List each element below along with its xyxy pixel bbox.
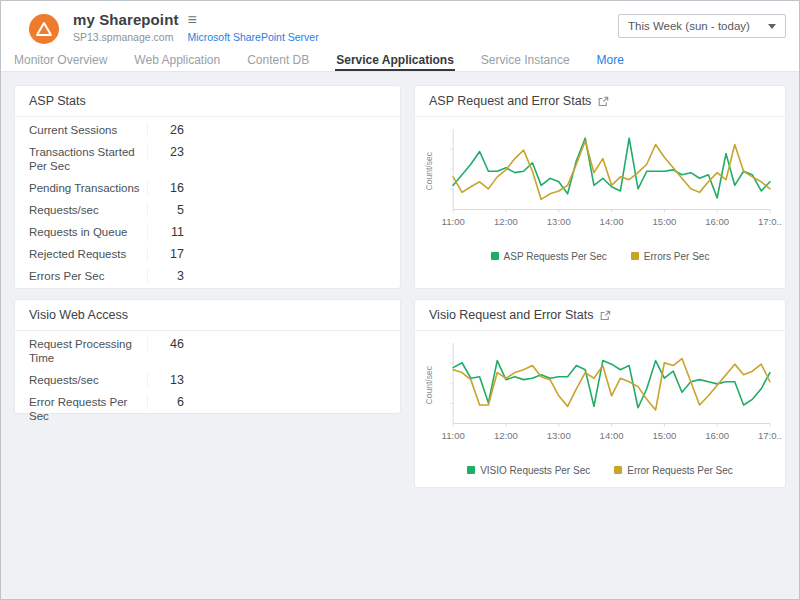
stat-value: 5 [147,203,184,217]
legend-label: ASP Requests Per Sec [504,251,607,262]
svg-text:14:00: 14:00 [600,430,624,441]
tab-bar: Monitor OverviewWeb ApplicationContent D… [1,50,799,72]
legend-item[interactable]: Error Requests Per Sec [614,465,733,476]
panel-title: ASP Stats [29,94,86,108]
stat-label: Rejected Requests [29,247,147,261]
stat-label: Requests in Queue [29,225,147,239]
stat-row: Current Sessions26 [15,119,400,141]
svg-text:16:00: 16:00 [705,216,729,227]
stat-value: 46 [147,337,184,351]
warning-triangle-icon [35,21,53,37]
stat-row: Requests in Queue11 [15,221,400,243]
stat-rows: Current Sessions26Transactions Started P… [15,117,400,287]
stat-row: Error Requests Per Sec6 [15,391,400,427]
stat-rows: Request Processing Time46Requests/sec13E… [15,331,400,427]
stat-value: 6 [147,395,184,409]
stat-row: Pending Transactions16 [15,177,400,199]
stat-label: Pending Transactions [29,181,147,195]
visio-web-access-panel: Visio Web Access Request Processing Time… [14,299,401,414]
svg-text:12:00: 12:00 [494,216,518,227]
tab-monitor-overview[interactable]: Monitor Overview [13,51,108,71]
stat-row: Requests/sec13 [15,369,400,391]
chart-legend: VISIO Requests Per SecError Requests Per… [423,465,777,476]
legend-label: Errors Per Sec [644,251,710,262]
right-column: ASP Request and Error Stats 11:0012:0013… [414,85,786,587]
page-title: my Sharepoint [73,11,179,28]
svg-text:12:00: 12:00 [494,430,518,441]
visio-chart: 11:0012:0013:0014:0015:0016:0017:0..Coun… [415,331,785,476]
stat-value: 23 [147,145,184,159]
panel-title: Visio Web Access [29,308,128,322]
stat-row: Requests/sec5 [15,199,400,221]
stat-label: Transactions Started Per Sec [29,145,147,173]
time-range-dropdown[interactable]: This Week (sun - today) [618,14,786,38]
monitor-logo [29,14,59,44]
legend-label: Error Requests Per Sec [627,465,733,476]
stat-value: 3 [147,269,184,283]
tab-more[interactable]: More [596,51,625,71]
left-column: ASP Stats Current Sessions26Transactions… [14,85,401,587]
stat-label: Request Processing Time [29,337,147,365]
stat-label: Requests/sec [29,373,147,387]
svg-text:13:00: 13:00 [547,430,571,441]
svg-text:13:00: 13:00 [547,216,571,227]
time-range-value: This Week (sun - today) [628,20,750,32]
app-window: { "header": { "title": "my Sharepoint", … [0,0,800,600]
svg-text:11:00: 11:00 [442,216,465,227]
stat-value: 13 [147,373,184,387]
svg-text:Count/sec: Count/sec [424,151,434,190]
line-chart-svg: 11:0012:0013:0014:0015:0016:0017:0..Coun… [423,339,777,452]
svg-text:15:00: 15:00 [652,430,676,441]
title-block: my Sharepoint ≡ SP13.spmanage.com Micros… [73,11,319,43]
svg-text:16:00: 16:00 [705,430,729,441]
server-type-link[interactable]: Microsoft SharePoint Server [187,31,318,43]
open-in-new-window-icon[interactable] [600,310,611,321]
svg-text:14:00: 14:00 [600,216,624,227]
asp-stats-panel: ASP Stats Current Sessions26Transactions… [14,85,401,289]
header: my Sharepoint ≡ SP13.spmanage.com Micros… [1,1,799,50]
legend-item[interactable]: Errors Per Sec [631,251,710,262]
tab-service-applications[interactable]: Service Applications [335,51,455,71]
stat-value: 11 [147,225,184,239]
stat-value: 16 [147,181,184,195]
stat-row: Transactions Started Per Sec23 [15,141,400,177]
legend-swatch [631,252,639,260]
svg-text:17:0..: 17:0.. [758,430,782,441]
stat-value: 17 [147,247,184,261]
stat-label: Current Sessions [29,123,147,137]
line-chart-svg: 11:0012:0013:0014:0015:0016:0017:0..Coun… [423,125,777,238]
hostname-label: SP13.spmanage.com [73,31,173,43]
legend-swatch [491,252,499,260]
legend-swatch [467,466,475,474]
panel-title: ASP Request and Error Stats [429,94,591,108]
menu-icon[interactable]: ≡ [188,12,197,28]
visio-chart-panel: Visio Request and Error Stats 11:0012:00… [414,299,786,488]
open-in-new-window-icon[interactable] [598,96,609,107]
stat-label: Errors Per Sec [29,269,147,283]
tab-service-instance[interactable]: Service Instance [480,51,571,71]
legend-item[interactable]: ASP Requests Per Sec [491,251,607,262]
legend-label: VISIO Requests Per Sec [480,465,590,476]
tab-content-db[interactable]: Content DB [246,51,310,71]
asp-chart-panel: ASP Request and Error Stats 11:0012:0013… [414,85,786,289]
svg-text:15:00: 15:00 [652,216,676,227]
chart-legend: ASP Requests Per SecErrors Per Sec [423,251,777,262]
chevron-down-icon [768,24,776,29]
svg-text:11:00: 11:00 [442,430,465,441]
asp-chart: 11:0012:0013:0014:0015:0016:0017:0..Coun… [415,117,785,262]
stat-value: 26 [147,123,184,137]
stat-row: Errors Per Sec3 [15,265,400,287]
panel-title: Visio Request and Error Stats [429,308,593,322]
legend-item[interactable]: VISIO Requests Per Sec [467,465,590,476]
stat-label: Requests/sec [29,203,147,217]
stat-row: Request Processing Time46 [15,333,400,369]
tab-web-application[interactable]: Web Application [133,51,221,71]
stat-label: Error Requests Per Sec [29,395,147,423]
svg-text:17:0..: 17:0.. [758,216,782,227]
legend-swatch [614,466,622,474]
svg-text:Count/sec: Count/sec [424,365,434,404]
main-content: ASP Stats Current Sessions26Transactions… [1,72,799,600]
stat-row: Rejected Requests17 [15,243,400,265]
